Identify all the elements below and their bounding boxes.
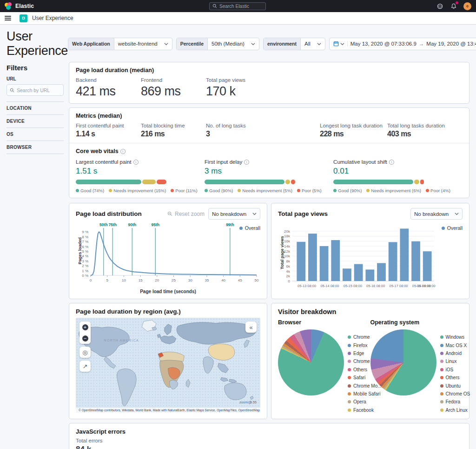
info-icon[interactable]: i xyxy=(389,160,394,165)
legend-label: Arch Linux xyxy=(446,408,468,413)
stat: First contentful paint1.14 s xyxy=(76,123,141,138)
cwv-legend-item: Good (90%) xyxy=(333,188,362,193)
page-load-by-region-panel: Page load duration by region (avg.) xyxy=(69,303,267,419)
choropleth-map: NORTH AMERICA xyxy=(76,318,260,413)
legend-item[interactable]: Android xyxy=(440,349,470,357)
environment-select[interactable]: All xyxy=(301,38,325,50)
legend-item[interactable]: Others xyxy=(440,374,470,382)
expand-icon: ↗ xyxy=(83,363,88,370)
percentile-select[interactable]: 50th (Median) xyxy=(208,38,259,50)
legend-text: Good (90%) xyxy=(338,188,362,193)
legend-item[interactable]: Fedora xyxy=(440,398,470,406)
map-zoom-out-button[interactable]: − xyxy=(79,333,91,344)
map-expand-button[interactable]: ↗ xyxy=(79,361,91,372)
cwv-legend-item: Good (74%) xyxy=(76,188,104,193)
legend-item[interactable]: Arch Linux xyxy=(440,406,470,414)
legend-dot xyxy=(440,392,443,395)
chart-legend[interactable]: Overall xyxy=(442,225,463,231)
stat-value: 869 ms xyxy=(141,84,206,99)
calendar-icon xyxy=(333,41,339,47)
user-avatar[interactable]: e xyxy=(463,2,471,10)
filter-section-browser[interactable]: BROWSER xyxy=(7,141,64,154)
minus-icon: − xyxy=(82,335,88,342)
filter-controls: Web Application website-frontend Percent… xyxy=(68,38,476,50)
reset-zoom-button[interactable]: Reset zoom xyxy=(167,211,205,217)
menu-hamburger-icon[interactable] xyxy=(5,16,11,20)
environment-control: environment All xyxy=(263,38,325,50)
legend-item[interactable]: Linux xyxy=(440,357,470,365)
legend-item[interactable]: Mac OS X xyxy=(440,341,470,349)
legend-label: Others xyxy=(353,367,367,372)
url-search-input[interactable]: Search by URL xyxy=(7,84,64,96)
legend-dot xyxy=(348,352,351,355)
legend-text: Poor (4%) xyxy=(430,188,450,193)
stat: Total page views170 k xyxy=(206,77,271,99)
service-select[interactable]: website-frontend xyxy=(114,38,172,50)
help-icon[interactable] xyxy=(436,3,443,10)
date-range-end[interactable]: May 19, 2020 @ 13:40:36.7 xyxy=(426,41,476,47)
filter-section-device[interactable]: DEVICE xyxy=(7,114,64,127)
legend-text: Poor (11%) xyxy=(175,188,197,193)
map-zoom-in-button[interactable]: + xyxy=(79,322,91,333)
legend-dot xyxy=(348,392,351,395)
info-icon[interactable]: i xyxy=(133,160,139,165)
page-load-distribution-chart[interactable]: 0 %1 %2 %3 %4 %5 %6 %7 %8 %9 %0510152025… xyxy=(76,221,259,287)
legend-dot xyxy=(442,227,445,230)
app-badge[interactable]: D xyxy=(20,14,27,22)
legend-dot xyxy=(440,368,443,371)
date-range-start[interactable]: May 13, 2020 @ 07:33:06.9 xyxy=(350,41,416,47)
breadcrumb[interactable]: User Experience xyxy=(32,15,73,21)
service-control: Web Application website-frontend xyxy=(68,38,172,50)
legend-label: Ubuntu xyxy=(446,383,461,389)
legend-item[interactable]: Ubuntu xyxy=(440,382,470,389)
legend-dot xyxy=(440,360,443,363)
legend-label: Firefox xyxy=(353,343,368,348)
info-icon[interactable]: i xyxy=(244,160,249,165)
svg-text:12k: 12k xyxy=(284,249,291,254)
global-search-input[interactable]: Search Elastic xyxy=(209,2,266,10)
date-range-arrow: → xyxy=(419,41,424,47)
legend-text: Needs improvement (5%) xyxy=(242,188,292,193)
legend-item[interactable]: Windows xyxy=(440,333,470,341)
svg-text:25: 25 xyxy=(172,278,176,282)
panel-title: Page load distribution xyxy=(76,210,142,217)
svg-text:05-19 08:00: 05-19 08:00 xyxy=(417,284,436,288)
cwv-label: Cumulative layout shifti xyxy=(333,159,462,165)
browser-pie-chart[interactable] xyxy=(278,329,344,395)
legend-label: Mac OS X xyxy=(446,343,467,348)
stat: No. of long tasks3 xyxy=(206,123,320,138)
legend-dot xyxy=(348,360,351,363)
legend-dot xyxy=(440,409,443,412)
elastic-brand[interactable]: Elastic xyxy=(5,2,34,10)
os-pie-chart[interactable] xyxy=(370,329,436,395)
legend-item[interactable]: Chrome OS xyxy=(440,390,470,398)
cwv-value: 0.01 xyxy=(333,167,462,176)
filter-section-os[interactable]: OS xyxy=(7,127,64,141)
cwv-legend-item: Good (90%) xyxy=(205,188,233,193)
date-range-picker: May 13, 2020 @ 07:33:06.9 → May 19, 2020… xyxy=(329,38,476,50)
breakdown-select[interactable]: No breakdown xyxy=(410,208,463,220)
svg-text:90th: 90th xyxy=(128,222,136,227)
total-page-views-chart[interactable]: 02k4k6k8k10k12k14k16k18k20k05-13 08:0005… xyxy=(278,221,436,292)
stat: Longest long task duration228 ms xyxy=(320,123,387,138)
legend-item[interactable]: iOS xyxy=(440,366,470,374)
map-locate-button[interactable]: ◎ xyxy=(79,347,91,358)
legend-label: Opera xyxy=(353,399,366,404)
legend-text: Needs improvement (15%) xyxy=(113,188,166,193)
info-icon[interactable]: i xyxy=(120,149,126,154)
svg-text:75th: 75th xyxy=(108,222,116,227)
cwv-legend-item: Needs improvement (15%) xyxy=(109,188,166,193)
chart-legend[interactable]: Overall xyxy=(239,225,260,231)
filter-section-location[interactable]: LOCATION xyxy=(7,101,64,114)
cwv-legend-item: Poor (5%) xyxy=(297,188,322,193)
stat: Frontend869 ms xyxy=(141,77,206,99)
calendar-button[interactable] xyxy=(333,41,348,47)
x-axis-title: Page load time (seconds) xyxy=(76,289,260,294)
map-legend-toggle-button[interactable]: « xyxy=(245,322,257,333)
legend-dot xyxy=(440,384,443,388)
stat-label: Frontend xyxy=(141,77,206,83)
world-map[interactable]: NORTH AMERICA + − ◎ ↗ « zoom: 0.55 © Ope… xyxy=(76,318,260,413)
svg-text:05-13 08:00: 05-13 08:00 xyxy=(298,284,316,288)
alerts-bell-icon[interactable] xyxy=(450,3,457,10)
breakdown-select[interactable]: No breakdown xyxy=(208,208,260,220)
